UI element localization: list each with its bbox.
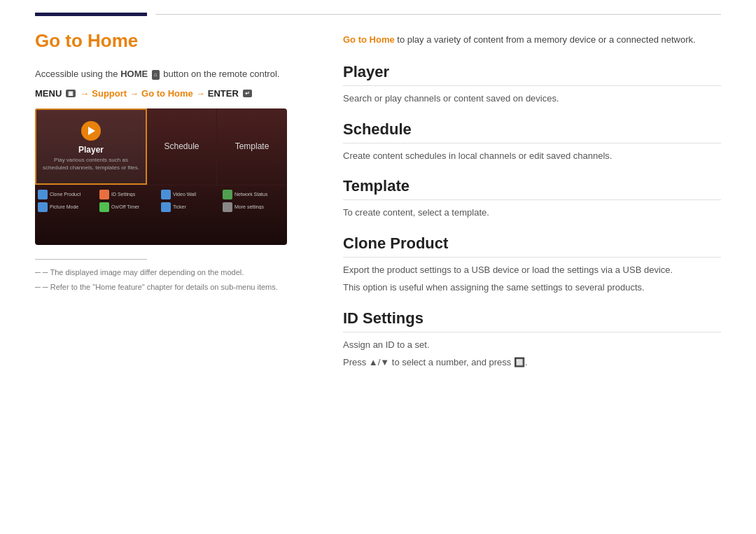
tv-icon-item: ID Settings xyxy=(99,190,158,199)
tv-icon-item: More settings xyxy=(223,202,281,212)
tv-icon-text: More settings xyxy=(234,204,264,209)
tv-icon-box xyxy=(161,202,171,212)
home-icon: ⌂ xyxy=(152,70,160,80)
tv-top-row: Player Play various contents such as sch… xyxy=(35,108,287,185)
section-title: ID Settings xyxy=(343,309,721,332)
sections-container: PlayerSearch or play channels or content… xyxy=(343,63,721,370)
tv-icon-text: Clone Product xyxy=(50,192,80,197)
tv-bottom-row: Clone Product ID Settings Video Wall Net… xyxy=(35,185,287,216)
section-desc-2: This option is useful when assigning the… xyxy=(343,281,721,295)
light-bar xyxy=(155,14,721,15)
footnote-2: ─ Refer to the "Home feature" chapter fo… xyxy=(35,281,315,293)
tv-icon-text: Video Wall xyxy=(173,192,196,197)
tv-player-cell: Player Play various contents such as sch… xyxy=(35,108,147,185)
footnote-1: ─ The displayed image may differ dependi… xyxy=(35,267,315,279)
menu-label: MENU xyxy=(35,88,62,99)
arrow1: → xyxy=(80,88,89,99)
section-desc: Create content schedules in local channe… xyxy=(343,149,721,164)
tv-icon-box xyxy=(161,190,171,199)
tv-icon-text: Picture Mode xyxy=(50,204,78,209)
enter-icon: ↵ xyxy=(243,90,252,97)
menu-path: MENU ▦ → Support → Go to Home → ENTER ↵ xyxy=(35,88,315,99)
intro-link: Go to Home xyxy=(343,34,395,45)
section-template: TemplateTo create content, select a temp… xyxy=(343,177,721,220)
tv-icon-item: Clone Product xyxy=(38,190,97,199)
tv-icon-text: On/Off Timer xyxy=(111,204,139,209)
right-intro: Go to Home to play a variety of content … xyxy=(343,30,721,48)
tv-player-icon xyxy=(81,121,101,141)
arrow2: → xyxy=(130,88,139,99)
section-title: Template xyxy=(343,177,721,200)
section-desc-1: Assign an ID to a set. xyxy=(343,338,721,353)
arrow3: → xyxy=(196,88,205,99)
tv-icon-box xyxy=(99,190,109,199)
section-title: Player xyxy=(343,63,721,86)
support-label: Support xyxy=(92,88,127,99)
tv-player-sub: Play various contents such as scheduled … xyxy=(42,157,140,171)
tv-icon-item: Network Status xyxy=(223,190,281,199)
tv-icon-box xyxy=(38,190,48,199)
section-desc-1: Export the product settings to a USB dev… xyxy=(343,263,721,278)
section-clone-product: Clone ProductExport the product settings… xyxy=(343,234,721,295)
tv-schedule-cell: Schedule xyxy=(147,108,217,185)
tv-icon-item: Ticker xyxy=(161,202,220,212)
top-bar xyxy=(0,0,756,16)
left-column: Go to Home Accessible using the HOME ⌂ b… xyxy=(35,30,315,384)
home-bold: HOME xyxy=(120,69,148,79)
tv-icon-box xyxy=(99,202,109,212)
tv-icon-box xyxy=(223,202,232,212)
footnote-line xyxy=(35,259,147,260)
tv-player-label: Player xyxy=(78,145,104,155)
intro-rest: to play a variety of content from a memo… xyxy=(395,34,696,45)
section-desc: To create content, select a template. xyxy=(343,206,721,220)
gohome-label: Go to Home xyxy=(141,88,193,99)
tv-icon-item: Video Wall xyxy=(161,190,220,199)
tv-screen: Player Play various contents such as sch… xyxy=(35,108,287,245)
tv-icon-text: ID Settings xyxy=(111,192,135,197)
dark-bar xyxy=(35,13,147,16)
page-title: Go to Home xyxy=(35,30,315,52)
section-desc-2: Press ▲/▼ to select a number, and press … xyxy=(343,356,721,370)
section-id-settings: ID SettingsAssign an ID to a set.Press ▲… xyxy=(343,309,721,370)
section-desc: Search or play channels or content saved… xyxy=(343,92,721,106)
menu-icon-box: ▦ xyxy=(66,90,76,97)
accessible-text: Accessible using the HOME ⌂ button on th… xyxy=(35,67,315,81)
right-column: Go to Home to play a variety of content … xyxy=(343,30,721,384)
section-title: Clone Product xyxy=(343,234,721,258)
enter-label: ENTER xyxy=(208,88,239,99)
accessible-prefix: Accessible using the xyxy=(35,69,120,79)
section-title: Schedule xyxy=(343,120,721,143)
tv-template-label: Template xyxy=(235,141,270,151)
tv-template-cell: Template xyxy=(217,108,287,185)
tv-schedule-label: Schedule xyxy=(164,141,199,151)
tv-icon-item: Picture Mode xyxy=(38,202,97,212)
tv-icon-box xyxy=(223,190,232,199)
tv-icon-item: On/Off Timer xyxy=(99,202,158,212)
tv-icon-text: Ticker xyxy=(173,204,186,209)
section-player: PlayerSearch or play channels or content… xyxy=(343,63,721,106)
tv-icon-text: Network Status xyxy=(234,192,267,197)
tv-icon-box xyxy=(38,202,48,212)
section-schedule: ScheduleCreate content schedules in loca… xyxy=(343,120,721,164)
accessible-suffix: button on the remote control. xyxy=(163,69,279,79)
